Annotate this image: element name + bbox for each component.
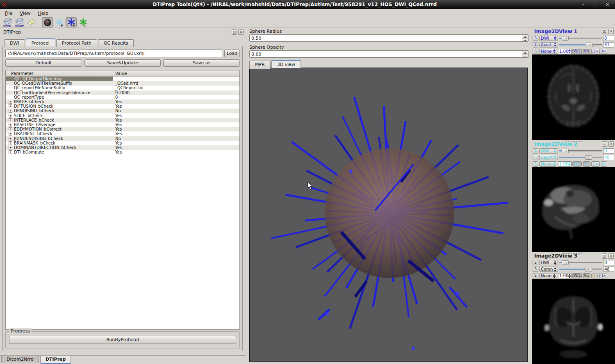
table-row[interactable]: ··QC_reportFileNameSuffix_QCReport.txt [6, 86, 239, 90]
sphere-opacity-spinbox[interactable] [249, 50, 528, 58]
table-row[interactable]: ··QC_badGradientPercentageTolerance0.200… [6, 90, 239, 95]
table-row[interactable]: +BRAINMASK_bCheckYes [6, 141, 239, 145]
param-value[interactable]: 0.2000 [113, 90, 239, 95]
table-row[interactable]: +GRADIENT_bCheckYes [6, 131, 239, 136]
table-row[interactable]: ··QC_reportType0 [6, 95, 239, 99]
maximize-button[interactable]: ▫ [593, 2, 596, 7]
opacity-down-icon[interactable] [522, 54, 528, 58]
opacity-up-icon[interactable] [522, 51, 528, 54]
protocol-path-field[interactable] [5, 50, 222, 57]
param-value[interactable]: Yes [113, 150, 239, 154]
range-button[interactable]: []> [591, 161, 600, 167]
param-value[interactable]: Yes [113, 131, 239, 136]
orientation-combo[interactable]: Axial [539, 42, 558, 47]
menu-file[interactable]: File [1, 10, 16, 17]
tab-protocol-path[interactable]: Protocol Path [56, 39, 97, 47]
visibility-button[interactable]: Vis [583, 273, 590, 278]
module-tab-dtiprep[interactable]: DTIPrep [40, 356, 71, 364]
sync-button[interactable]: S [533, 148, 538, 154]
param-value[interactable]: Yes [113, 104, 239, 109]
visibility-button[interactable]: Vis [583, 161, 590, 167]
expand-icon[interactable]: + [9, 132, 12, 136]
asterisk-interp-green-icon[interactable]: I [77, 17, 89, 27]
tab-qc-results[interactable]: QC Results [98, 39, 134, 47]
radius-down-icon[interactable] [522, 38, 528, 42]
sphere-radius-input[interactable] [251, 35, 333, 41]
open-nrrd-icon[interactable]: NRRD [2, 17, 13, 27]
load-button[interactable]: Load [224, 50, 240, 57]
orientation-combo[interactable]: Coron [539, 267, 558, 272]
gradient-directions-3d[interactable] [250, 68, 527, 362]
param-value[interactable]: Yes [113, 145, 239, 150]
opacity-spinbox[interactable]: 1.00 [558, 49, 572, 54]
param-value[interactable]: Yes [113, 113, 239, 118]
slice-index-value[interactable]: 48 [603, 155, 614, 160]
expand-icon[interactable]: + [9, 109, 12, 113]
expand-icon[interactable]: + [9, 104, 12, 108]
view-tab-3d-view[interactable]: 3D view [271, 60, 301, 68]
volume-slider[interactable] [559, 260, 602, 265]
volume-slider[interactable] [559, 36, 602, 41]
table-row[interactable]: +SLICE_bCheckYes [6, 113, 239, 118]
slider-handle[interactable] [586, 43, 593, 47]
opacity-spinbox[interactable]: 1.00 [558, 273, 572, 278]
panel-float-icon[interactable]: ◱ [602, 29, 607, 34]
info-button[interactable]: I> [601, 161, 607, 167]
expand-icon[interactable]: + [9, 123, 12, 127]
param-value[interactable] [113, 77, 239, 81]
eraser-icon[interactable] [25, 17, 36, 27]
sync-button[interactable]: S [533, 36, 538, 41]
panel-splitter[interactable] [532, 252, 615, 253]
param-value[interactable]: Yes [113, 122, 239, 127]
window-level-button[interactable]: W/L [572, 49, 582, 54]
table-row[interactable]: +DENOISING_bCheckNo [6, 109, 239, 113]
sync-button[interactable]: S [533, 267, 538, 272]
sync-button[interactable]: S [533, 42, 538, 47]
slider-handle[interactable] [585, 155, 592, 160]
slice-index-value[interactable]: 48 [603, 267, 614, 272]
window-level-button[interactable]: W/L [572, 273, 582, 278]
save-update-button[interactable]: Save&Update [84, 59, 161, 67]
column-header-parameter[interactable]: Parameter [6, 70, 113, 77]
param-value[interactable]: No [113, 109, 239, 113]
tab-protocol[interactable]: Protocol [26, 38, 55, 46]
expand-icon[interactable]: + [9, 141, 12, 145]
dock-close-icon[interactable]: ✕ [238, 29, 244, 35]
expand-icon[interactable]: + [9, 137, 12, 140]
overlay-combo[interactable]: None [539, 49, 557, 54]
slice-slider[interactable] [559, 42, 602, 47]
window-level-button[interactable]: W/L [572, 161, 582, 167]
minimize-button[interactable]: – [582, 2, 585, 7]
range-button[interactable]: []> [591, 273, 600, 278]
expand-icon[interactable]: + [9, 127, 12, 131]
param-value[interactable]: _QCed.nrrd [113, 81, 239, 86]
expand-icon[interactable]: + [9, 146, 12, 149]
panel-close-icon[interactable]: ✕ [608, 253, 614, 259]
range-button[interactable]: []> [591, 49, 600, 54]
info-button[interactable]: I> [601, 273, 607, 278]
table-row[interactable]: ··QC_QCedDWIFileNameSuffix_QCed.nrrd [6, 81, 239, 86]
sync-button[interactable]: S [533, 273, 538, 278]
panel-splitter[interactable] [532, 140, 615, 140]
overlay-combo[interactable]: None [539, 273, 557, 278]
volume-slider[interactable] [559, 148, 602, 154]
run-by-protocol-button[interactable]: RunByProtocol [9, 336, 236, 344]
param-value[interactable]: Yes [113, 118, 239, 122]
brain-3d-view-icon[interactable] [42, 17, 53, 27]
info-button[interactable]: I> [601, 49, 607, 54]
visibility-button[interactable]: Vis [583, 49, 590, 54]
overlay-combo[interactable]: None [539, 161, 557, 167]
sync-button[interactable]: S [533, 49, 538, 54]
slice-slider[interactable] [559, 155, 602, 160]
volume-index-value[interactable]: 0 [603, 260, 614, 265]
module-tab-dicom2nrrd[interactable]: Dicom2Nrrd [1, 356, 39, 363]
volume-combo[interactable]: DWI [539, 148, 558, 154]
volume-index-value[interactable]: 0 [603, 148, 614, 154]
param-value[interactable]: Yes [113, 141, 239, 145]
view-tab-mpr[interactable]: MPR [249, 61, 271, 69]
table-row[interactable]: +DTI_bComputeYes [6, 150, 239, 154]
protocol-path-input[interactable] [8, 50, 220, 57]
volume-combo[interactable]: DWI [539, 36, 558, 41]
asterisk-protocol-blue-icon[interactable]: P [66, 17, 77, 27]
param-value[interactable]: 0 [113, 95, 239, 99]
